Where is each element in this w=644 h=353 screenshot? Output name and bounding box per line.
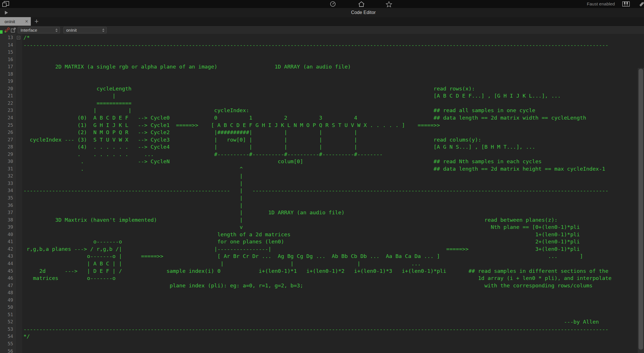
- code-line[interactable]: 18: [0, 70, 638, 78]
- code-editor-area[interactable]: 13–/*14---------------------------------…: [0, 34, 644, 353]
- line-number: 56: [0, 348, 13, 353]
- code-line[interactable]: 54*/: [0, 333, 638, 340]
- fold-toggle-icon[interactable]: –: [17, 36, 20, 39]
- code-line[interactable]: 41o-------ofor one planes (len0)2+(len0-…: [0, 238, 638, 245]
- code-line[interactable]: 14--------------------------------------…: [0, 41, 638, 49]
- play-icon[interactable]: [5, 11, 8, 15]
- code-line[interactable]: 46matriceso-------o1d array (i + len0 * …: [0, 275, 638, 282]
- line-number: 40: [0, 231, 13, 238]
- code-lines-container[interactable]: 13–/*14---------------------------------…: [0, 34, 638, 353]
- code-line[interactable]: 21|[A B C D E F...] , [G H I J K L...], …: [0, 92, 638, 100]
- top-menu-bar: Faust enabled: [0, 0, 644, 8]
- callback-select[interactable]: onInit: [63, 27, 107, 33]
- code-line[interactable]: 49: [0, 296, 638, 304]
- code-text: / r,g,b /|: [90, 245, 122, 253]
- code-text: ---by Allen: [564, 318, 599, 326]
- code-line[interactable]: 22===========: [0, 100, 638, 107]
- code-text: i+(len0-1)*pli: [402, 267, 446, 275]
- line-number: 31: [0, 165, 13, 173]
- tab-oninit[interactable]: onInit ✕: [0, 17, 31, 26]
- add-tab-button[interactable]: +: [33, 17, 40, 25]
- code-line[interactable]: 33|: [0, 180, 638, 187]
- code-line[interactable]: 31.^## data length == 2d matrix height =…: [0, 165, 638, 173]
- code-line[interactable]: 24(0) A B C D E F --> Cycle00 1 2 3 4## …: [0, 114, 638, 122]
- performance-gauge-icon[interactable]: [330, 1, 336, 7]
- code-text: for one planes (len0): [217, 238, 284, 245]
- page-title: Code Editor: [351, 10, 376, 15]
- code-line[interactable]: 25(1) G H I J K L --> Cycle1=====>>[ A B…: [0, 122, 638, 129]
- code-line[interactable]: 452d--->| D E F | /sample index(i)0i+(le…: [0, 267, 638, 275]
- piano-keyboard-icon[interactable]: [622, 1, 630, 7]
- audio-tool-icon[interactable]: [639, 1, 644, 7]
- code-line[interactable]: 28(4) . . . . . . --> Cycle4| | | | |[A …: [0, 143, 638, 151]
- code-text: |: [240, 209, 243, 216]
- line-number: 47: [0, 282, 13, 289]
- code-line[interactable]: 32|: [0, 172, 638, 180]
- scrollbar-thumb[interactable]: [639, 69, 643, 350]
- code-line[interactable]: 53--------------------------------------…: [0, 326, 638, 333]
- popout-editor-icon[interactable]: [11, 28, 16, 33]
- code-text: |: [112, 92, 116, 100]
- code-line[interactable]: 51: [0, 311, 638, 318]
- code-text: 1d array (i + len0 * pli), and interpola…: [478, 275, 612, 282]
- line-number: 34: [0, 187, 13, 194]
- code-line[interactable]: 29. . . . . . . ...#----------#---------…: [0, 151, 638, 158]
- code-line[interactable]: 35|: [0, 194, 638, 202]
- code-line[interactable]: 40length of a 2d matrices1+(len0-1)*pli: [0, 231, 638, 238]
- code-line[interactable]: 48: [0, 289, 638, 296]
- code-line[interactable]: 23||cycleIndex:## read all samples in on…: [0, 107, 638, 114]
- code-text: o-------o |: [87, 253, 122, 260]
- callback-toolbar: Interface onInit: [0, 26, 644, 34]
- code-text: i+(len0-1)*2: [306, 267, 345, 275]
- tab-close-icon[interactable]: ✕: [25, 19, 28, 24]
- code-text: ...: [411, 260, 421, 267]
- code-line[interactable]: 27cycleIndex --- (3) S T U V W X --> Cyc…: [0, 136, 638, 144]
- tab-label: onInit: [5, 19, 15, 24]
- script-link-icon[interactable]: [5, 27, 10, 33]
- vertical-scrollbar[interactable]: [638, 68, 644, 353]
- star-icon[interactable]: [386, 1, 392, 7]
- code-line[interactable]: 55: [0, 340, 638, 348]
- code-line[interactable]: 15: [0, 49, 638, 56]
- code-line[interactable]: 50: [0, 304, 638, 311]
- callback-type-select[interactable]: Interface: [18, 27, 60, 33]
- code-text: .: [80, 165, 84, 173]
- code-text: ===========: [96, 100, 132, 107]
- code-text: with the corresponding rows/colums: [484, 282, 593, 289]
- code-line[interactable]: 42r,g,b,a planes --->/ r,g,b /||--------…: [0, 245, 638, 253]
- code-line[interactable]: 30.--> CycleNcolum[0]## read Nth samples…: [0, 158, 638, 165]
- code-line[interactable]: 34--------------------------------------…: [0, 187, 638, 194]
- code-line[interactable]: 16: [0, 56, 638, 63]
- code-line[interactable]: 26(2) N M O P Q R --> Cycle2|##########|…: [0, 129, 638, 136]
- code-line[interactable]: 172D MATRIX (a single rgb or alpha plane…: [0, 63, 638, 70]
- workspace-windows-icon[interactable]: [2, 1, 9, 7]
- line-number: 54: [0, 333, 13, 340]
- code-line[interactable]: 44| A B C | ||||...: [0, 260, 638, 267]
- code-text: ----------------------------------------…: [23, 326, 608, 333]
- home-icon[interactable]: [358, 1, 365, 7]
- code-text: cycleIndex:: [214, 107, 249, 114]
- code-line[interactable]: 56: [0, 348, 638, 353]
- code-line[interactable]: 13–/*: [0, 34, 638, 41]
- line-number: 38: [0, 216, 13, 224]
- code-line[interactable]: 43o-------o |=====>>[ Ar Br Cr Dr ... Ag…: [0, 253, 638, 260]
- code-line[interactable]: 52---by Allen: [0, 318, 638, 326]
- code-text: |##########| | | |: [214, 129, 357, 136]
- code-text: |: [93, 107, 96, 114]
- line-number: 44: [0, 260, 13, 267]
- code-line[interactable]: 20cycleLengthread rows(x):: [0, 85, 638, 92]
- line-number: 45: [0, 267, 13, 275]
- line-number: 24: [0, 114, 13, 122]
- line-number: 26: [0, 129, 13, 136]
- code-line[interactable]: 47plane index (pli): eg: a=0, r=1, g=2, …: [0, 282, 638, 289]
- code-line[interactable]: 39vNth plane == [0+(len0-1)*pli: [0, 223, 638, 231]
- line-number: 17: [0, 63, 13, 70]
- code-text: | row[0] | | | |: [214, 136, 357, 144]
- line-number: 25: [0, 122, 13, 129]
- code-text: 1+(len0-1)*pli: [535, 231, 580, 238]
- code-line[interactable]: 19: [0, 78, 638, 85]
- code-line[interactable]: 37|1D ARRAY (an audio file): [0, 209, 638, 216]
- code-line[interactable]: 36|: [0, 202, 638, 209]
- code-line[interactable]: 383D Maxtrix (haven't implemented)|read …: [0, 216, 638, 224]
- line-number: 35: [0, 194, 13, 202]
